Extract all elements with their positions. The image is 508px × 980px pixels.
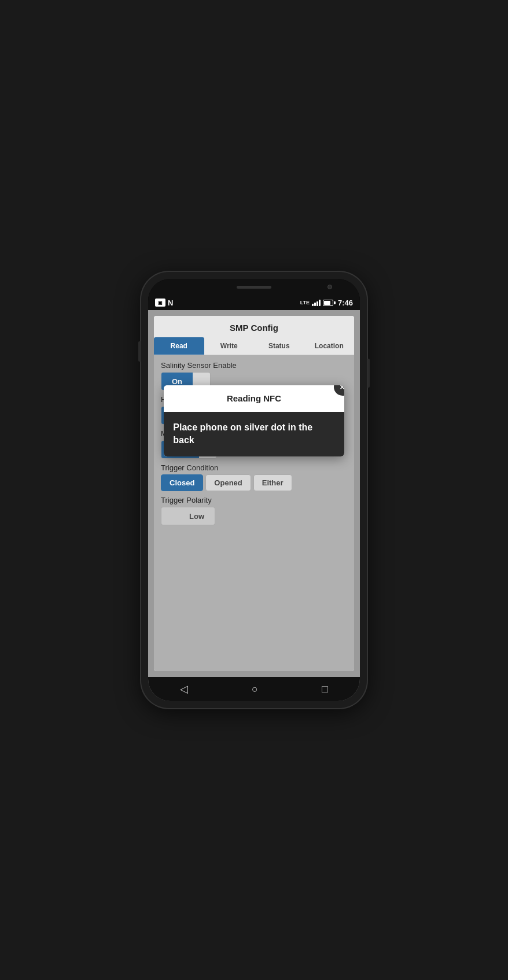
battery-body — [323, 300, 333, 306]
phone-top-bar — [148, 279, 360, 295]
battery-fill — [324, 301, 330, 305]
app-card: SMP Config Read Write Status L — [154, 316, 354, 671]
back-button[interactable]: ◁ — [171, 679, 197, 699]
power-button — [367, 359, 370, 388]
phone-camera — [327, 285, 332, 289]
battery-icon — [323, 300, 336, 306]
status-left: ▣ N — [155, 299, 173, 307]
home-button[interactable]: ○ — [242, 680, 267, 699]
signal-bar-2 — [314, 303, 316, 306]
phone-device: ▣ N LTE 7:46 — [141, 272, 367, 708]
clock: 7:46 — [338, 299, 353, 307]
status-bar: ▣ N LTE 7:46 — [148, 295, 360, 310]
nfc-dialog: × Reading NFC Place phone on silver dot … — [164, 385, 344, 456]
notification-icon: N — [168, 299, 173, 307]
dialog-title: Reading NFC — [227, 393, 281, 403]
signal-bar-3 — [316, 301, 318, 306]
signal-bar-4 — [319, 300, 321, 306]
status-right: LTE 7:46 — [300, 299, 353, 307]
volume-button — [138, 341, 141, 362]
lte-indicator: LTE — [300, 300, 310, 305]
phone-speaker — [237, 286, 271, 289]
phone-screen: ▣ N LTE 7:46 — [148, 279, 360, 701]
dialog-overlay: × Reading NFC Place phone on silver dot … — [154, 316, 354, 671]
signal-bar-1 — [312, 304, 314, 306]
dialog-title-bar: Reading NFC — [164, 385, 344, 412]
app-background: SMP Config Read Write Status L — [148, 310, 360, 677]
nav-bar: ◁ ○ □ — [148, 677, 360, 701]
signal-bars — [312, 299, 321, 306]
recent-button[interactable]: □ — [312, 680, 337, 699]
main-screen: SMP Config Read Write Status L — [148, 310, 360, 701]
dialog-body: Place phone on silver dot in the back — [164, 412, 344, 456]
sim-icon: ▣ — [155, 299, 165, 307]
battery-tip — [334, 301, 336, 304]
dialog-message: Place phone on silver dot in the back — [173, 422, 312, 445]
